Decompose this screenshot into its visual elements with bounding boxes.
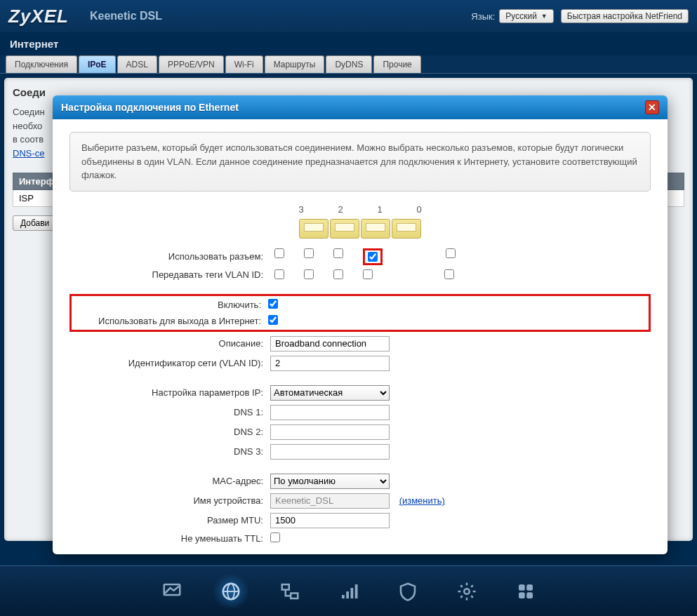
label-ip-settings: Настройка параметров IP: xyxy=(69,387,266,398)
svg-rect-11 xyxy=(519,584,525,591)
use-internet-checkbox[interactable] xyxy=(268,315,278,325)
modal-title: Настройка подключения по Ethernet xyxy=(61,102,239,113)
label-use-internet: Использовать для выхода в Интернет: xyxy=(76,316,264,326)
bg-text-3: в соотв xyxy=(13,134,44,145)
tab-routes[interactable]: Маршруты xyxy=(265,55,325,73)
tab-pppoe-vpn[interactable]: PPPoE/VPN xyxy=(159,55,224,73)
label-dns3: DNS 3: xyxy=(69,446,266,457)
tab-ipoe[interactable]: IPoE xyxy=(79,55,116,73)
vlan-id-input[interactable] xyxy=(270,356,390,371)
svg-rect-12 xyxy=(526,584,533,591)
ethernet-port-icon xyxy=(361,219,390,239)
label-vlan-id: Идентификатор сети (VLAN ID): xyxy=(69,358,266,368)
settings-icon xyxy=(456,581,477,602)
tab-bar: Подключения IPoE ADSL PPPoE/VPN Wi-Fi Ма… xyxy=(0,55,697,74)
apps-icon xyxy=(515,581,536,602)
dock-apps[interactable] xyxy=(506,575,545,608)
dock-wifi[interactable] xyxy=(329,575,369,608)
port-label-1: 1 xyxy=(365,204,394,215)
label-enable: Включить: xyxy=(76,300,264,310)
label-description: Описание: xyxy=(69,338,266,349)
svg-rect-8 xyxy=(350,588,353,598)
close-icon: ✕ xyxy=(648,102,656,113)
tab-other[interactable]: Прочие xyxy=(373,55,420,73)
svg-rect-14 xyxy=(526,592,533,598)
use-port-extra-checkbox[interactable] xyxy=(446,248,456,258)
svg-rect-7 xyxy=(346,591,349,598)
language-value: Русский xyxy=(505,11,537,21)
label-use-port: Использовать разъем: xyxy=(69,251,266,262)
modal-body: Выберите разъем, который будет использов… xyxy=(53,119,668,554)
svg-rect-5 xyxy=(291,593,298,598)
mtu-input[interactable] xyxy=(270,513,390,528)
label-dns2: DNS 2: xyxy=(69,427,266,437)
dock-internet[interactable] xyxy=(211,575,251,608)
use-port-3-checkbox[interactable] xyxy=(274,248,284,258)
ethernet-port-icon xyxy=(392,219,421,239)
label-vlan-tag: Передавать теги VLAN ID: xyxy=(69,269,266,280)
tab-adsl[interactable]: ADSL xyxy=(117,55,157,73)
quick-setup-button[interactable]: Быстрая настройка NetFriend xyxy=(561,9,689,23)
use-port-0-checkbox[interactable] xyxy=(368,252,378,262)
ethernet-port-icon xyxy=(299,219,328,239)
device-name-input xyxy=(270,493,390,509)
ethernet-port-icon xyxy=(330,219,359,239)
dns3-input[interactable] xyxy=(270,444,390,460)
svg-point-10 xyxy=(464,589,470,594)
dock-network[interactable] xyxy=(270,575,310,608)
chevron-down-icon: ▼ xyxy=(541,13,547,20)
port-label-0: 0 xyxy=(404,204,434,215)
modal-titlebar: Настройка подключения по Ethernet ✕ xyxy=(53,95,668,119)
bg-text-2: необхо xyxy=(13,121,42,131)
bg-add-button[interactable]: Добави xyxy=(13,215,57,231)
vlan-tag-3-checkbox[interactable] xyxy=(274,269,284,279)
tab-connections[interactable]: Подключения xyxy=(6,55,77,73)
port-label-2: 2 xyxy=(326,204,355,215)
port-icons xyxy=(69,219,651,239)
close-button[interactable]: ✕ xyxy=(645,100,659,114)
bg-link-dns[interactable]: DNS-се xyxy=(13,148,45,159)
highlight-port-0 xyxy=(363,248,383,265)
form: Использовать разъем: Передавать теги VLA… xyxy=(69,248,651,544)
top-bar: ZyXEL Keenetic DSL Язык: Русский ▼ Быстр… xyxy=(0,0,697,32)
tab-wifi[interactable]: Wi-Fi xyxy=(225,55,263,73)
dns1-input[interactable] xyxy=(270,405,390,420)
brand-logo: ZyXEL xyxy=(8,6,69,27)
dock-settings[interactable] xyxy=(447,575,486,608)
dock-firewall[interactable] xyxy=(388,575,427,608)
dock-monitor[interactable] xyxy=(152,575,192,608)
vlan-tag-2-checkbox[interactable] xyxy=(304,269,314,279)
change-device-name-link[interactable]: (изменить) xyxy=(399,495,445,506)
model-name: Keenetic DSL xyxy=(90,10,162,22)
mac-select[interactable]: По умолчанию xyxy=(270,474,390,489)
ethernet-config-modal: Настройка подключения по Ethernet ✕ Выбе… xyxy=(53,95,668,554)
label-mac: MAC-адрес: xyxy=(69,476,266,486)
language-label: Язык: xyxy=(471,11,495,22)
ip-settings-select[interactable]: Автоматическая xyxy=(270,385,390,401)
enable-checkbox[interactable] xyxy=(268,299,278,309)
use-port-1-checkbox[interactable] xyxy=(333,248,343,258)
port-labels: 3 2 1 0 xyxy=(69,204,651,215)
firewall-icon xyxy=(397,581,418,602)
section-title: Интернет xyxy=(0,32,697,55)
dns2-input[interactable] xyxy=(270,424,390,440)
network-icon xyxy=(279,581,300,602)
vlan-tag-0-checkbox[interactable] xyxy=(363,269,373,279)
tab-dydns[interactable]: DyDNS xyxy=(326,55,372,73)
description-input[interactable] xyxy=(270,336,390,351)
label-ttl: Не уменьшать TTL: xyxy=(69,533,266,544)
bg-text-1: Соедин xyxy=(13,107,45,117)
globe-icon xyxy=(220,581,241,602)
svg-rect-4 xyxy=(281,584,288,590)
svg-rect-6 xyxy=(342,595,345,598)
ttl-checkbox[interactable] xyxy=(270,533,280,542)
language-select[interactable]: Русский ▼ xyxy=(499,9,553,23)
highlight-enable-block: Включить: Использовать для выхода в Инте… xyxy=(69,294,651,332)
monitor-icon xyxy=(161,581,182,602)
info-text: Выберите разъем, который будет использов… xyxy=(69,132,651,192)
use-port-2-checkbox[interactable] xyxy=(304,248,314,258)
vlan-tag-1-checkbox[interactable] xyxy=(333,269,343,279)
vlan-tag-extra-checkbox[interactable] xyxy=(444,269,454,279)
svg-rect-9 xyxy=(354,584,357,598)
signal-icon xyxy=(338,581,359,602)
